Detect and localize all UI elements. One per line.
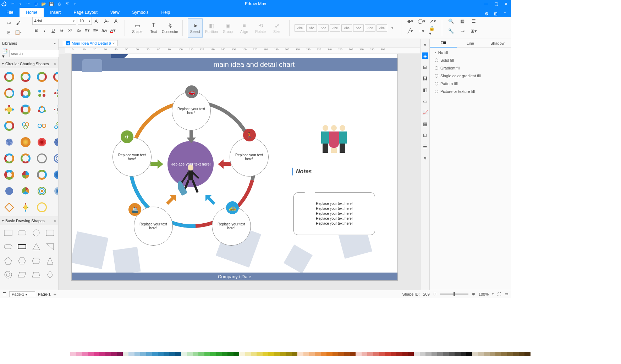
underline-button[interactable]: U xyxy=(49,26,57,34)
align-tool-icon[interactable]: ☰ xyxy=(422,143,428,150)
style-swatch[interactable]: Abc xyxy=(318,24,329,32)
libraries-collapse-icon[interactable]: « xyxy=(54,41,56,45)
menu-insert[interactable]: Insert xyxy=(44,8,67,17)
font-size-select[interactable]: 10▾ xyxy=(78,17,92,25)
shape-thumb[interactable] xyxy=(18,183,33,199)
shape-thumb[interactable] xyxy=(44,268,57,280)
props-tab-line[interactable]: Line xyxy=(457,39,484,47)
shape-thumb[interactable] xyxy=(29,226,43,240)
decrease-font-icon[interactable]: A- xyxy=(103,17,110,25)
fullscreen-icon[interactable]: ▭ xyxy=(505,292,508,296)
shape-thumb[interactable] xyxy=(34,85,50,101)
shape-thumb[interactable] xyxy=(34,118,50,134)
change-case-button[interactable]: aA xyxy=(100,26,108,34)
menu-home[interactable]: Home xyxy=(20,8,44,17)
select-button[interactable]: ➤Select xyxy=(188,18,203,38)
qat-dropdown-icon[interactable]: ▾ xyxy=(72,1,78,7)
fill-dropdown-icon[interactable]: ◆▾ xyxy=(406,17,414,25)
wrench-icon[interactable]: 🔧 xyxy=(447,27,455,35)
shape-thumb[interactable] xyxy=(1,183,17,199)
shape-thumb[interactable] xyxy=(1,151,17,166)
shape-thumb[interactable] xyxy=(44,226,57,240)
shape-thumb[interactable] xyxy=(50,102,58,117)
shape-thumb[interactable] xyxy=(50,183,58,199)
shape-effects-icon[interactable]: ◯▾ xyxy=(418,17,425,25)
add-page-icon[interactable]: + xyxy=(54,291,56,297)
node-right[interactable]: Replace your text here! xyxy=(230,138,269,177)
shape-thumb[interactable] xyxy=(1,102,17,117)
arrow-style-icon[interactable]: ↗▾ xyxy=(429,17,437,25)
shape-thumb[interactable] xyxy=(18,118,33,134)
diamond-tool-icon[interactable]: ◈ xyxy=(422,52,428,59)
shuffle-tool-icon[interactable]: ⤭ xyxy=(422,155,428,161)
shape-thumb[interactable] xyxy=(16,226,29,240)
shape-thumb[interactable] xyxy=(18,151,33,166)
shape-thumb[interactable] xyxy=(1,69,17,85)
table-tool-icon[interactable]: ▦ xyxy=(422,121,428,127)
image-tool-icon[interactable]: 🖼 xyxy=(422,75,428,82)
component-tool-icon[interactable]: ⊡ xyxy=(422,132,428,138)
library-menu-icon[interactable]: 📑▾ xyxy=(2,48,8,59)
shape-thumb[interactable] xyxy=(1,134,17,150)
select-all-icon[interactable]: ▦ xyxy=(458,17,466,25)
menu-file[interactable]: File xyxy=(0,8,20,17)
undo-dropdown-icon[interactable]: ▾ xyxy=(17,1,23,7)
props-tab-shadow[interactable]: Shadow xyxy=(484,39,511,47)
shape-thumb[interactable] xyxy=(29,240,43,254)
page[interactable]: main idea and detail chart Replace your … xyxy=(71,54,398,281)
line-color-icon[interactable]: ╱▾ xyxy=(406,27,414,35)
bullets-button[interactable]: ≡▾ xyxy=(83,26,91,34)
connector-button[interactable]: ↯Connector xyxy=(163,18,177,38)
zoom-out-icon[interactable]: ⊖ xyxy=(433,292,436,296)
distribute-icon[interactable]: ⊞▾ xyxy=(470,27,478,35)
node-left[interactable]: Replace your text here! xyxy=(112,138,152,177)
fill-option-gradient[interactable]: Gradient fill xyxy=(435,66,506,70)
shape-thumb[interactable] xyxy=(29,254,43,268)
collapse-ribbon-icon[interactable]: ⌃ xyxy=(502,11,508,17)
shape-thumb[interactable] xyxy=(16,240,29,254)
styles-more-icon[interactable]: ▾ xyxy=(388,24,396,32)
fit-page-icon[interactable]: ⛶ xyxy=(497,292,501,296)
shape-thumb[interactable] xyxy=(1,118,17,134)
settings-gear-icon[interactable]: ⚙ xyxy=(483,11,490,17)
shape-thumb[interactable] xyxy=(50,151,58,166)
export-icon[interactable]: ⇱ xyxy=(64,1,70,7)
lock-icon[interactable]: 🔒▾ xyxy=(429,27,437,35)
italic-button[interactable]: I xyxy=(41,26,49,34)
menu-help[interactable]: Help xyxy=(155,8,177,17)
redo-icon[interactable]: ↷ xyxy=(25,1,31,7)
shape-thumb[interactable] xyxy=(44,240,57,254)
increase-font-icon[interactable]: A+ xyxy=(93,17,101,25)
chart-title[interactable]: main idea and detail chart xyxy=(111,58,397,71)
shape-thumb[interactable] xyxy=(18,167,33,183)
page-list-icon[interactable]: ☰ xyxy=(3,292,6,296)
style-swatch[interactable]: Abc xyxy=(306,24,317,32)
fill-option-solid[interactable]: Solid fill xyxy=(435,58,506,62)
subscript-button[interactable]: x₂ xyxy=(75,26,83,34)
shape-thumb[interactable] xyxy=(16,268,29,280)
page-selector[interactable]: Page-1 ▾ xyxy=(9,291,35,297)
notes-bubble[interactable]: Replace your text here! Replace your tex… xyxy=(293,192,375,235)
library-section-basic[interactable]: ▾Basic Drawing Shapes× xyxy=(0,217,58,225)
size-button[interactable]: ⤢Size xyxy=(269,18,284,38)
align-button[interactable]: ≡Align xyxy=(237,18,252,38)
shape-thumb[interactable] xyxy=(29,268,43,280)
layers-icon[interactable]: ☰ xyxy=(470,17,478,25)
undo-icon[interactable]: ↶ xyxy=(9,1,16,7)
document-tab-close-icon[interactable]: × xyxy=(112,41,115,45)
shape-thumb[interactable] xyxy=(44,254,57,268)
menu-symbols[interactable]: Symbols xyxy=(126,8,155,17)
rotate-button[interactable]: ⟲Rotate xyxy=(253,18,268,38)
shape-thumb[interactable] xyxy=(34,69,50,85)
document-tab[interactable]: ◈ Main Idea And Detail 6 × xyxy=(63,40,118,46)
shape-thumb[interactable] xyxy=(18,85,33,101)
group-button[interactable]: ▣Group xyxy=(220,18,235,38)
expand-props-icon[interactable]: » xyxy=(422,41,428,47)
page-footer[interactable]: Company / Date xyxy=(72,273,397,280)
style-swatch[interactable]: Abc xyxy=(353,24,364,32)
zoom-in-icon[interactable]: ⊕ xyxy=(472,292,475,296)
style-swatch[interactable]: Abc xyxy=(330,24,340,32)
save-icon[interactable]: 💾 xyxy=(48,1,55,7)
format-painter-icon[interactable]: 🖌 xyxy=(14,19,22,27)
page-tool-icon[interactable]: ▭ xyxy=(422,98,428,104)
